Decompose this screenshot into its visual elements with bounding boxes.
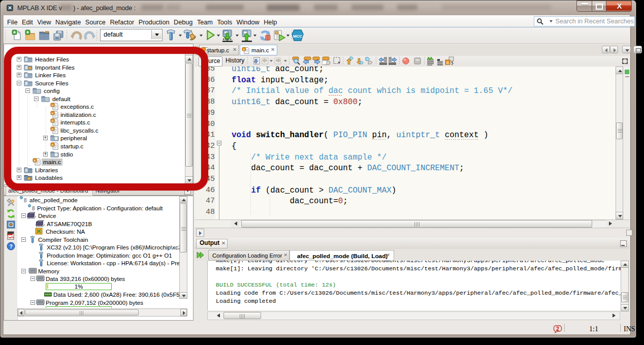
svg-text:8: 8 — [32, 206, 35, 211]
svg-text:2: 2 — [556, 326, 559, 332]
svg-text:c: c — [243, 48, 245, 51]
svg-text:MCC: MCC — [293, 34, 302, 39]
svg-text:C: C — [446, 61, 449, 65]
svg-text:8: 8 — [24, 198, 27, 203]
svg-text:?: ? — [9, 243, 13, 249]
